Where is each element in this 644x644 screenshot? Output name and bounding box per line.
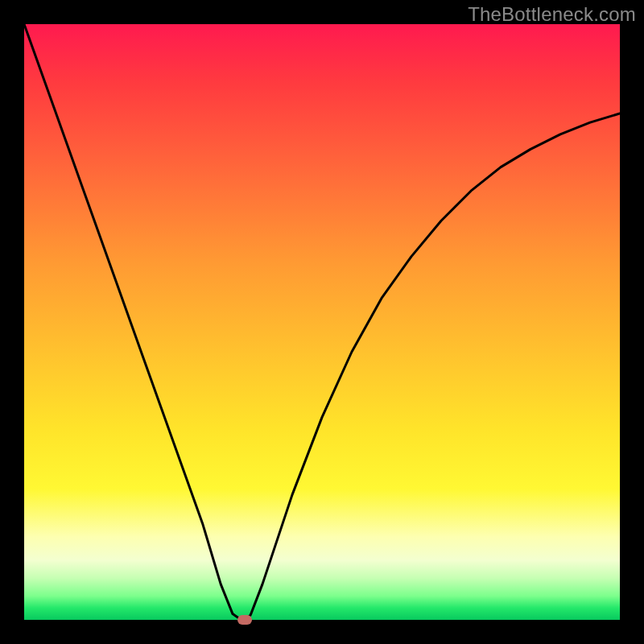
minimum-marker xyxy=(237,615,252,625)
bottleneck-curve-path xyxy=(24,24,620,620)
plot-area xyxy=(24,24,620,620)
curve-svg xyxy=(24,24,620,620)
chart-frame xyxy=(24,24,620,620)
watermark-text: TheBottleneck.com xyxy=(468,3,636,26)
